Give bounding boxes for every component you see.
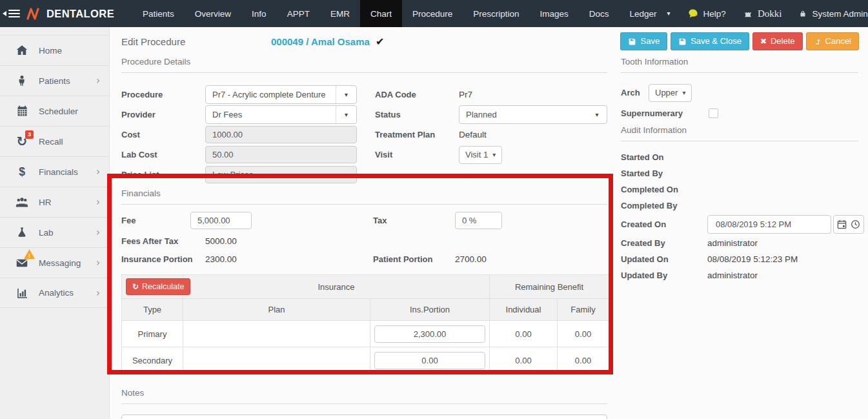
home-icon	[13, 43, 31, 57]
audit-fields: Started On Started By Completed On Compl…	[621, 149, 858, 283]
nav-images[interactable]: Images	[529, 0, 578, 27]
save-close-label: Save & Close	[691, 36, 742, 46]
visit-select[interactable]: Visit 1 ▾	[459, 146, 502, 164]
arch-label: Arch	[621, 88, 649, 97]
help-bubble-icon	[687, 8, 699, 19]
help-button[interactable]: Help?	[687, 8, 726, 19]
sidebar-item-analytics[interactable]: Analytics ›	[0, 278, 109, 308]
arch-select[interactable]: Upper ▾	[649, 84, 692, 102]
type-cell: Primary	[122, 321, 183, 347]
provider-select[interactable]: Dr Fees ▾	[205, 105, 357, 124]
completed-by-label: Completed By	[621, 198, 707, 214]
started-by-value	[707, 165, 864, 181]
topbar: DENTALORE Patients Overview Info APPT EM…	[0, 0, 868, 27]
clock-picker-icon[interactable]	[851, 220, 860, 229]
nav-more-caret-icon[interactable]: ▾	[667, 10, 671, 17]
individual-cell: 0.00	[490, 321, 558, 347]
level-up-arrow-icon	[814, 37, 822, 46]
nav-docs[interactable]: Docs	[579, 0, 620, 27]
created-by-label: Created By	[621, 235, 707, 251]
status-select[interactable]: Planned ▾	[459, 105, 607, 124]
table-row-primary: Primary 0.00 0.00	[122, 321, 609, 347]
supernumerary-checkbox[interactable]	[709, 108, 718, 118]
x-icon: ✖	[760, 37, 767, 45]
sidebar-item-hr[interactable]: HR ›	[0, 187, 109, 217]
insurance-table: ↻ Recalculate Insurance Remaining Benefi…	[121, 274, 609, 374]
chevron-down-icon: ▾	[682, 90, 685, 96]
nav-ledger[interactable]: Ledger	[620, 0, 667, 27]
completed-on-label: Completed On	[621, 181, 707, 198]
created-on-label: Created On	[621, 214, 707, 235]
delete-button[interactable]: ✖ Delete	[752, 32, 803, 50]
sidebar-item-lab[interactable]: Lab ›	[0, 217, 109, 247]
sidebar-item-recall[interactable]: ↻ 3 Recall	[0, 126, 109, 156]
procedure-select[interactable]: Pr7 - Acrylic complete Denture ▾	[205, 85, 357, 104]
tax-input[interactable]	[455, 212, 502, 229]
sidebar-item-label: Financials	[39, 167, 78, 177]
sidebar-item-label: Patients	[39, 76, 70, 86]
save-label: Save	[640, 36, 660, 46]
nav-procedure[interactable]: Procedure	[402, 0, 463, 27]
branch-selector[interactable]: Dokki	[743, 8, 782, 19]
delete-label: Delete	[771, 36, 795, 46]
primary-ins-portion-input[interactable]	[374, 325, 485, 343]
plan-cell[interactable]	[183, 347, 370, 374]
calendar-picker-icon[interactable]	[837, 220, 847, 229]
fees-after-tax-value: 5000.00	[205, 236, 607, 246]
floppy-icon	[678, 37, 687, 46]
chevron-right-icon: ›	[96, 75, 100, 87]
recalculate-button[interactable]: ↻ Recalculate	[126, 278, 190, 295]
brand-logo[interactable]: DENTALORE	[20, 0, 132, 27]
bar-chart-icon	[13, 286, 31, 300]
cancel-button[interactable]: Cancel	[806, 32, 859, 50]
dollar-icon: $	[13, 165, 31, 179]
nav-overview[interactable]: Overview	[185, 0, 241, 27]
chevron-down-icon: ▾	[345, 92, 348, 98]
sidebar-item-label: HR	[39, 198, 52, 207]
nav-appt[interactable]: APPT	[277, 0, 320, 27]
save-button[interactable]: Save	[620, 32, 667, 50]
nav-emr[interactable]: EMR	[320, 0, 360, 27]
sidebar: Home Patients › Scheduler ↻ 3 Recall $ F	[0, 27, 110, 419]
floppy-icon	[628, 37, 636, 46]
main-content: Edit Procedure 000049 / Amal Osama ✔ Sav…	[110, 27, 868, 419]
fees-after-tax-row: Fees After Tax 5000.00	[121, 234, 607, 247]
price-list-input	[205, 166, 357, 183]
user-menu[interactable]: System Administrator ▾	[798, 9, 868, 19]
created-on-input[interactable]	[707, 215, 831, 234]
arch-row: Arch Upper ▾	[621, 83, 858, 102]
notes-editor-toolbar: B I U abc 12	[121, 414, 607, 419]
fee-input[interactable]	[190, 212, 252, 229]
sidebar-item-patients[interactable]: Patients ›	[0, 65, 109, 96]
sidebar-collapse-button[interactable]	[0, 0, 20, 27]
cost-input	[205, 126, 357, 143]
save-close-button[interactable]: Save & Close	[671, 32, 749, 50]
insurance-group-header: Insurance	[183, 275, 490, 299]
procedure-label: Procedure	[121, 90, 205, 99]
page-title: Edit Procedure	[121, 36, 271, 47]
calendar-icon	[13, 104, 31, 118]
sidebar-item-financials[interactable]: $ Financials ›	[0, 156, 109, 187]
nav-patients[interactable]: Patients	[132, 0, 185, 27]
nav-info[interactable]: Info	[241, 0, 277, 27]
chevron-right-icon: ›	[96, 227, 100, 238]
nav-chart[interactable]: Chart	[360, 0, 402, 27]
sidebar-item-scheduler[interactable]: Scheduler	[0, 96, 109, 126]
fee-label: Fee	[121, 216, 190, 225]
provider-value: Dr Fees	[206, 110, 336, 119]
patient-portion-value: 2700.00	[455, 254, 607, 264]
provider-label: Provider	[121, 110, 205, 119]
table-row-secondary: Secondary 0.00 0.00	[122, 347, 609, 374]
sidebar-item-home[interactable]: Home	[0, 35, 109, 65]
plan-cell[interactable]	[183, 321, 370, 347]
nav-prescription[interactable]: Prescription	[463, 0, 529, 27]
section-audit-information: Audit Information	[621, 125, 858, 141]
ada-code-label: ADA Code	[375, 90, 459, 99]
visit-label: Visit	[375, 150, 459, 159]
patient-link[interactable]: 000049 / Amal Osama	[271, 36, 370, 47]
sidebar-item-messaging[interactable]: ! Messaging ›	[0, 247, 109, 278]
secondary-ins-portion-input[interactable]	[374, 352, 485, 369]
section-procedure-details: Procedure Details	[121, 57, 607, 73]
visit-value: Visit 1	[465, 150, 488, 159]
updated-by-label: Updated By	[621, 267, 707, 283]
